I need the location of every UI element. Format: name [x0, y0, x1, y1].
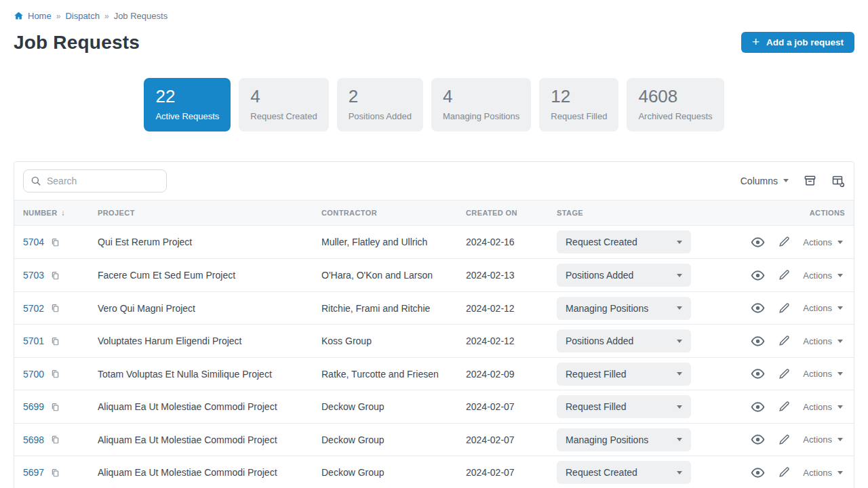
copy-icon[interactable]	[50, 434, 60, 445]
view-icon[interactable]	[751, 235, 765, 249]
edit-icon[interactable]	[778, 434, 790, 446]
project-cell: Qui Est Rerum Project	[98, 237, 321, 247]
stat-card-positions-added[interactable]: 2 Positions Added	[337, 78, 423, 131]
chevron-down-icon	[677, 471, 682, 474]
copy-icon[interactable]	[50, 369, 60, 379]
stat-label: Request Created	[250, 111, 317, 121]
project-cell: Facere Cum Et Sed Eum Project	[98, 270, 321, 281]
actions-dropdown[interactable]: Actions	[803, 270, 843, 281]
job-number-link[interactable]: 5697	[23, 467, 44, 478]
contractor-cell: Ritchie, Frami and Ritchie	[321, 303, 466, 314]
job-number-link[interactable]: 5698	[23, 434, 44, 445]
header-project[interactable]: PROJECT	[98, 209, 321, 217]
chevron-down-icon	[837, 340, 843, 343]
job-number-link[interactable]: 5702	[23, 303, 44, 314]
view-icon[interactable]	[751, 301, 765, 315]
columns-dropdown[interactable]: Columns	[741, 176, 789, 186]
view-icon[interactable]	[751, 367, 765, 381]
search-box[interactable]	[23, 169, 167, 192]
header-created-on[interactable]: CREATED ON	[466, 209, 557, 217]
chevron-down-icon	[837, 405, 843, 409]
stat-card-active-requests[interactable]: 22 Active Requests	[144, 78, 231, 131]
search-input[interactable]	[47, 176, 159, 186]
created-on-cell: 2024-02-12	[466, 336, 557, 346]
header-number[interactable]: NUMBER↓	[23, 208, 98, 218]
stage-value: Request Created	[566, 467, 637, 478]
actions-dropdown[interactable]: Actions	[803, 303, 843, 313]
job-number-link[interactable]: 5703	[23, 270, 44, 281]
actions-dropdown[interactable]: Actions	[803, 434, 843, 445]
table-row: 5703 Facere Cum Et Sed Eum Project O'Har…	[14, 258, 854, 291]
add-job-request-button[interactable]: + Add a job request	[741, 32, 854, 53]
contractor-cell: O'Hara, O'Kon and Larson	[321, 270, 466, 281]
stage-value: Managing Positions	[566, 303, 648, 314]
copy-icon[interactable]	[50, 336, 60, 346]
project-cell: Vero Qui Magni Project	[98, 303, 321, 314]
actions-label: Actions	[803, 468, 832, 478]
stage-select[interactable]: Managing Positions	[557, 297, 691, 320]
stat-label: Positions Added	[349, 111, 412, 121]
stage-select[interactable]: Request Created	[557, 230, 691, 253]
edit-icon[interactable]	[778, 368, 790, 380]
stage-select[interactable]: Positions Added	[557, 329, 691, 352]
chevron-down-icon	[837, 241, 843, 244]
stage-select[interactable]: Request Created	[557, 461, 691, 484]
plus-icon: +	[752, 35, 760, 48]
stat-card-request-filled[interactable]: 12 Request Filled	[539, 78, 618, 131]
table-header-row: NUMBER↓ PROJECT CONTRACTOR CREATED ON ST…	[14, 200, 854, 226]
project-cell: Voluptates Harum Eligendi Project	[98, 336, 321, 346]
job-number-link[interactable]: 5699	[23, 401, 44, 412]
created-on-cell: 2024-02-09	[466, 369, 557, 380]
stage-select[interactable]: Request Filled	[557, 395, 691, 418]
job-number-link[interactable]: 5701	[23, 336, 44, 346]
edit-icon[interactable]	[778, 335, 790, 347]
actions-dropdown[interactable]: Actions	[803, 237, 843, 247]
actions-dropdown[interactable]: Actions	[803, 336, 843, 346]
edit-icon[interactable]	[778, 302, 790, 314]
copy-icon[interactable]	[50, 237, 60, 247]
view-icon[interactable]	[751, 268, 765, 283]
table-refresh-icon[interactable]	[831, 174, 845, 188]
view-icon[interactable]	[751, 334, 765, 348]
edit-icon[interactable]	[778, 236, 790, 248]
view-icon[interactable]	[751, 400, 765, 414]
copy-icon[interactable]	[50, 468, 60, 478]
header-stage[interactable]: STAGE	[557, 209, 747, 217]
copy-icon[interactable]	[50, 303, 60, 313]
view-icon[interactable]	[751, 432, 765, 447]
chevron-down-icon	[677, 405, 682, 409]
stage-select[interactable]: Managing Positions	[557, 428, 691, 451]
actions-dropdown[interactable]: Actions	[803, 369, 843, 379]
actions-label: Actions	[803, 270, 832, 281]
edit-icon[interactable]	[778, 401, 790, 413]
breadcrumb-home-link[interactable]: Home	[28, 11, 52, 21]
chevron-down-icon	[677, 372, 682, 375]
stat-card-request-created[interactable]: 4 Request Created	[239, 78, 328, 131]
edit-icon[interactable]	[778, 269, 790, 281]
header-contractor[interactable]: CONTRACTOR	[321, 209, 466, 217]
stage-value: Request Created	[566, 237, 637, 247]
actions-dropdown[interactable]: Actions	[803, 402, 843, 412]
contractor-cell: Koss Group	[321, 336, 466, 346]
archive-icon[interactable]	[804, 174, 816, 187]
edit-icon[interactable]	[778, 466, 790, 479]
stat-value: 4	[250, 87, 317, 107]
job-number-link[interactable]: 5700	[23, 369, 44, 380]
view-icon[interactable]	[751, 466, 765, 480]
stage-select[interactable]: Request Filled	[557, 363, 691, 386]
stage-value: Managing Positions	[566, 434, 648, 445]
copy-icon[interactable]	[50, 270, 60, 281]
chevron-down-icon	[783, 179, 789, 182]
breadcrumb-dispatch-link[interactable]: Dispatch	[65, 11, 100, 21]
created-on-cell: 2024-02-16	[466, 237, 557, 247]
stat-card-managing-positions[interactable]: 4 Managing Positions	[431, 78, 531, 131]
job-number-link[interactable]: 5704	[23, 237, 44, 247]
table-row: 5701 Voluptates Harum Eligendi Project K…	[14, 324, 854, 357]
stat-card-archived-requests[interactable]: 4608 Archived Requests	[627, 78, 724, 131]
stat-value: 4	[443, 87, 519, 107]
copy-icon[interactable]	[50, 402, 60, 412]
actions-dropdown[interactable]: Actions	[803, 468, 843, 478]
home-icon[interactable]	[14, 11, 24, 21]
table-row: 5699 Aliquam Ea Ut Molestiae Commodi Pro…	[14, 390, 854, 423]
stage-select[interactable]: Positions Added	[557, 264, 691, 287]
